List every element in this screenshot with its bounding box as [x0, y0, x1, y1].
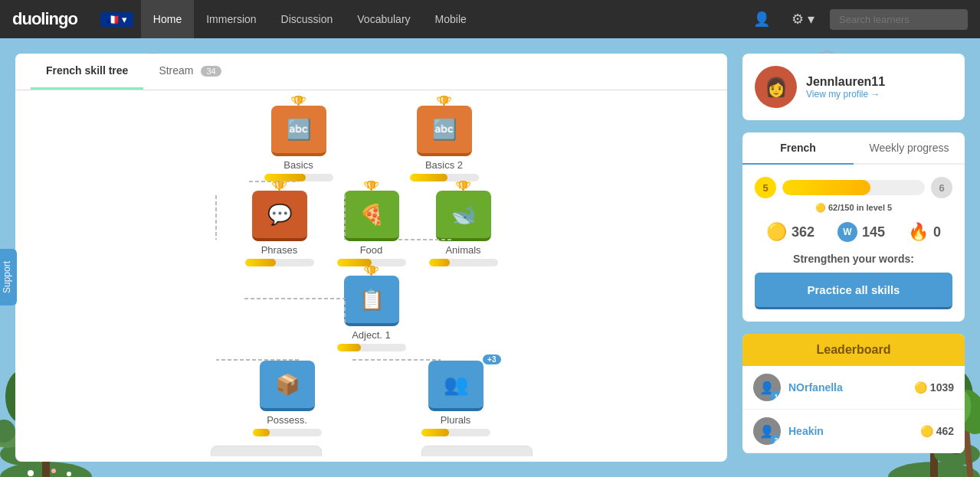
basics1-label: Basics — [284, 159, 313, 171]
lb-coin-icon-1: 🟡 — [914, 381, 927, 394]
leaderboard-item-1: 👤 1 NOrfanella 🟡 1039 — [742, 366, 965, 410]
profile-link[interactable]: View my profile → — [806, 89, 885, 100]
skill-box-animals[interactable]: 🐋 — [436, 191, 491, 241]
skill-box-basics1[interactable]: 🔤 — [271, 106, 326, 156]
nav-discussion[interactable]: Discussion — [269, 0, 346, 38]
animals-icon: 🐋 — [451, 203, 476, 227]
locked-node-1: 🏃 🔒 — [211, 446, 322, 456]
nav-immersion[interactable]: Immersion — [194, 0, 268, 38]
word-icon: W — [837, 222, 857, 242]
food-icon: 🍕 — [359, 203, 384, 227]
strengthen-text: Strengthen your words: — [755, 253, 952, 265]
lb-rank-1: 1 — [770, 390, 781, 401]
possessives-icon: 📦 — [275, 373, 300, 397]
stats-tabs: French Weekly progress — [742, 132, 965, 165]
skill-box-food[interactable]: 🍕 — [344, 191, 399, 241]
language-selector[interactable]: 🇫🇷 ▾ — [100, 12, 133, 27]
nav-vocabulary[interactable]: Vocabulary — [345, 0, 422, 38]
possessives-label: Possess. — [267, 414, 307, 426]
avatar: 👩 — [755, 66, 797, 108]
skill-box-adjectives[interactable]: 📋 — [344, 276, 399, 326]
basics2-bar-fill — [410, 174, 448, 181]
leaderboard-item-2: 👤 2 Heakin 🟡 462 — [742, 410, 965, 453]
leaderboard-card: Leaderboard 👤 1 NOrfanella 🟡 1039 👤 2 He… — [742, 334, 965, 453]
adjectives-label: Adject. 1 — [352, 329, 391, 341]
profile-name: Jennlauren11 — [806, 75, 885, 89]
basics2-icon: 🔤 — [432, 118, 457, 142]
search-input[interactable] — [830, 9, 968, 30]
adjectives-bar — [337, 344, 406, 351]
sidebar: 👩 Jennlauren11 View my profile → French … — [742, 54, 965, 462]
lb-rank-2: 2 — [770, 434, 781, 445]
node-food[interactable]: 🏆 🍕 Food — [337, 191, 406, 266]
lb-score-1: 🟡 1039 — [914, 381, 954, 394]
stats-row: 🟡 362 W 145 🔥 0 — [755, 222, 952, 242]
nav-links: Home Immersion Discussion Vocabulary Mob… — [141, 0, 479, 38]
stat-coins: 🟡 362 — [766, 222, 814, 242]
node-plurals[interactable]: +3 👥 Plurals — [421, 361, 490, 436]
nav-home[interactable]: Home — [141, 0, 194, 38]
node-phrases[interactable]: 🏆 💬 Phrases — [245, 191, 314, 266]
flag-dropdown-icon: ▾ — [122, 14, 127, 25]
animals-bar-fill — [429, 259, 450, 266]
node-basics2[interactable]: 🏆 🔤 Basics 2 — [410, 106, 479, 181]
phrases-bar — [245, 259, 314, 266]
leaderboard-header: Leaderboard — [742, 334, 965, 366]
lb-name-1[interactable]: NOrfanella — [788, 381, 906, 394]
tab-french-skill-tree[interactable]: French skill tree — [31, 54, 143, 90]
skill-box-basics2[interactable]: 🔤 — [417, 106, 472, 156]
node-basics1[interactable]: 🏆 🔤 Basics — [264, 106, 333, 181]
practice-skills-button[interactable]: Practice all skills — [755, 273, 952, 309]
skill-box-possessives[interactable]: 📦 — [260, 361, 315, 411]
nav-mobile[interactable]: Mobile — [423, 0, 479, 38]
logo-text: duolingo — [12, 9, 77, 29]
lb-name-2[interactable]: Heakin — [788, 425, 913, 437]
possessives-bar-fill — [253, 429, 270, 436]
lb-coin-icon-2: 🟡 — [920, 425, 933, 437]
plurals-badge: +3 — [483, 354, 500, 364]
lb-avatar-2: 👤 2 — [753, 417, 781, 445]
main-area: French skill tree Stream 34 — [0, 38, 980, 477]
profile-info: Jennlauren11 View my profile → — [806, 75, 885, 100]
word-value: 145 — [862, 224, 885, 240]
lb-score-2: 🟡 462 — [920, 425, 954, 437]
animals-bar — [429, 259, 498, 266]
food-label: Food — [360, 244, 383, 256]
skill-tree: 🏆 🔤 Basics 🏆 🔤 Basics 2 — [15, 90, 727, 456]
tab-stream[interactable]: Stream 34 — [143, 54, 236, 90]
skill-box-plurals[interactable]: 👥 — [428, 361, 483, 411]
navbar-right: 👤 ⚙ ▾ — [747, 8, 968, 31]
lb-avatar-1: 👤 1 — [753, 374, 781, 401]
xp-text: 🟡 62/150 in level 5 — [755, 203, 952, 213]
stat-words: W 145 — [837, 222, 885, 242]
xp-level-current: 5 — [755, 177, 776, 198]
basics1-icon: 🔤 — [287, 118, 311, 142]
plurals-bar-fill — [421, 429, 449, 436]
tab-french[interactable]: French — [742, 132, 854, 165]
settings-button[interactable]: ⚙ ▾ — [785, 8, 821, 31]
avatar-emoji: 👩 — [765, 77, 788, 98]
plurals-icon: 👥 — [444, 373, 468, 397]
tab-weekly-progress[interactable]: Weekly progress — [854, 132, 965, 165]
skill-panel: French skill tree Stream 34 — [15, 54, 727, 462]
xp-level-next: 6 — [931, 177, 952, 198]
phrases-icon: 💬 — [267, 203, 292, 227]
skill-box-phrases[interactable]: 💬 — [252, 191, 307, 241]
plurals-label: Plurals — [441, 414, 471, 426]
basics2-label: Basics 2 — [425, 159, 463, 171]
possessives-bar — [253, 429, 322, 436]
streak-value: 0 — [933, 224, 941, 240]
skill-panel-tabs: French skill tree Stream 34 — [15, 54, 727, 90]
coin-value: 362 — [792, 224, 814, 240]
node-possessives[interactable]: 📦 Possess. — [253, 361, 322, 436]
stats-card: French Weekly progress 5 6 🟡 62/150 in l… — [742, 132, 965, 322]
animals-label: Animals — [445, 244, 480, 256]
coin-icon: 🟡 — [766, 222, 787, 242]
profile-card: 👩 Jennlauren11 View my profile → — [742, 54, 965, 120]
user-icon-button[interactable]: 👤 — [747, 8, 776, 31]
support-tab[interactable]: Support — [0, 249, 17, 305]
node-animals[interactable]: 🏆 🐋 Animals — [429, 191, 498, 266]
adjectives-bar-fill — [337, 344, 362, 351]
node-adjectives[interactable]: 🏆 📋 Adject. 1 — [337, 276, 406, 351]
streak-icon: 🔥 — [908, 222, 929, 242]
